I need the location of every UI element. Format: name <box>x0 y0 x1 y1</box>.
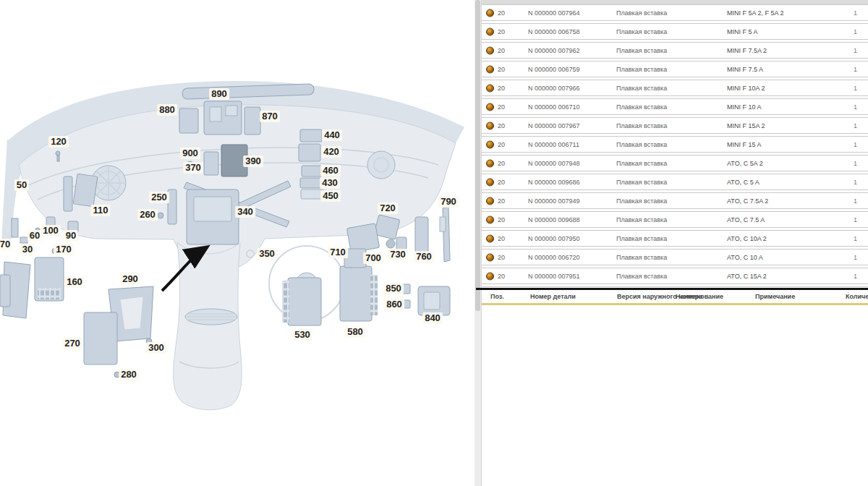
part-info-icon[interactable] <box>486 46 494 54</box>
table-row[interactable]: 20N 000000 009686Плавкая вставкаATO, C 5… <box>482 174 868 190</box>
table-row[interactable]: 20N 000000 006758Плавкая вставкаMINI F 5… <box>482 23 868 40</box>
part-info-icon[interactable] <box>486 9 494 17</box>
part-info-icon[interactable] <box>486 178 494 186</box>
parts-table-pane: 20N 000000 007964Плавкая вставкаMINI F 5… <box>475 0 868 486</box>
table-row[interactable]: 20N 000000 007967Плавкая вставкаMINI F 1… <box>482 117 868 134</box>
part-info-icon[interactable] <box>486 234 494 242</box>
part-callout-900[interactable]: 900 <box>180 148 200 159</box>
table-row[interactable]: 20N 000000 007949Плавкая вставкаATO, C 7… <box>482 192 868 209</box>
table-row[interactable]: 20N 000000 006720Плавкая вставкаATO, C 1… <box>482 249 868 265</box>
part-designation: Плавкая вставка <box>616 9 667 17</box>
row-position: 20 <box>498 235 505 242</box>
part-callout-700[interactable]: 700 <box>363 252 383 264</box>
part-callout-290[interactable]: 290 <box>120 273 140 285</box>
part-callout-460[interactable]: 460 <box>320 165 341 176</box>
table-row[interactable]: 20N 000000 007951Плавкая вставкаATO, C 1… <box>482 268 868 284</box>
part-callout-90[interactable]: 90 <box>64 230 78 242</box>
table-row[interactable]: 20N 000000 007962Плавкая вставкаMINI F 7… <box>482 42 868 59</box>
part-callout-170[interactable]: 170 <box>54 244 74 255</box>
part-callout-430[interactable]: 430 <box>320 177 340 189</box>
part-callout-880[interactable]: 880 <box>157 104 177 116</box>
part-callout-760[interactable]: 760 <box>414 251 434 263</box>
part-callout-720[interactable]: 720 <box>378 202 398 214</box>
part-info-icon[interactable] <box>486 103 494 111</box>
part-callout-450[interactable]: 450 <box>320 190 341 202</box>
row-position: 20 <box>498 9 505 17</box>
part-callout-850[interactable]: 850 <box>383 283 404 294</box>
part-number: N 000000 007948 <box>528 160 580 167</box>
table-row[interactable]: 20N 000000 006710Плавкая вставкаMINI F 1… <box>482 98 868 115</box>
part-callout-280[interactable]: 280 <box>119 369 139 380</box>
column-header: Наименование <box>676 293 723 300</box>
table-row[interactable]: 20N 000000 006759Плавкая вставкаMINI F 7… <box>482 61 868 77</box>
row-position: 20 <box>498 197 505 205</box>
part-remark: ATO, C 10A 2 <box>727 235 767 242</box>
part-remark: ATO, C 5A 2 <box>727 160 763 167</box>
part-quantity: 1 <box>854 122 857 129</box>
table-row[interactable]: 20N 000000 007950Плавкая вставкаATO, C 1… <box>482 230 868 247</box>
row-position: 20 <box>498 179 505 186</box>
part-callout-300[interactable]: 300 <box>146 342 166 354</box>
scrollbar-thumb[interactable] <box>475 0 480 311</box>
part-info-icon[interactable] <box>486 27 494 35</box>
part-callout-70[interactable]: 70 <box>0 239 12 250</box>
part-callout-580[interactable]: 580 <box>345 326 365 338</box>
part-callout-530[interactable]: 530 <box>292 329 312 341</box>
part-callout-390[interactable]: 390 <box>243 155 263 167</box>
part-callout-110[interactable]: 110 <box>91 205 111 216</box>
part-info-icon[interactable] <box>486 253 494 261</box>
part-callout-440[interactable]: 440 <box>322 129 342 141</box>
part-callout-50[interactable]: 50 <box>14 179 29 191</box>
part-info-icon[interactable] <box>486 197 494 205</box>
table-row[interactable]: 20N 000000 007966Плавкая вставкаMINI F 1… <box>482 80 868 96</box>
part-callout-160[interactable]: 160 <box>64 276 85 288</box>
part-remark: MINI F 10A 2 <box>727 85 765 92</box>
part-callout-890[interactable]: 890 <box>209 88 229 100</box>
part-number: N 000000 007964 <box>528 9 580 17</box>
part-callout-870[interactable]: 870 <box>260 111 280 122</box>
part-callout-370[interactable]: 370 <box>183 162 203 174</box>
part-callout-60[interactable]: 60 <box>27 230 42 242</box>
part-info-icon[interactable] <box>486 65 494 73</box>
part-info-icon[interactable] <box>486 122 494 129</box>
part-info-icon[interactable] <box>486 140 494 148</box>
table-row[interactable]: 20N 000000 007964Плавкая вставкаMINI F 5… <box>482 4 868 21</box>
part-remark: ATO, C 10 A <box>727 254 763 261</box>
part-remark: MINI F 5 A <box>727 28 758 35</box>
part-number: N 000000 006711 <box>528 141 579 148</box>
row-position: 20 <box>498 273 505 280</box>
part-callout-790[interactable]: 790 <box>438 196 459 208</box>
part-designation: Плавкая вставка <box>616 28 667 35</box>
part-callout-260[interactable]: 260 <box>137 209 158 221</box>
part-info-icon[interactable] <box>486 159 494 167</box>
part-callout-730[interactable]: 730 <box>388 249 408 260</box>
part-designation: Плавкая вставка <box>616 216 667 223</box>
part-quantity: 1 <box>854 28 857 35</box>
part-remark: MINI F 5A 2, F 5A 2 <box>727 9 784 17</box>
part-callout-710[interactable]: 710 <box>328 247 348 258</box>
row-position: 20 <box>498 85 505 92</box>
part-callout-350[interactable]: 350 <box>257 248 277 260</box>
part-designation: Плавкая вставка <box>616 235 667 242</box>
part-designation: Плавкая вставка <box>616 179 667 186</box>
part-info-icon[interactable] <box>486 84 494 92</box>
part-callout-420[interactable]: 420 <box>321 146 341 158</box>
part-remark: ATO, C 15A 2 <box>727 273 767 280</box>
part-callout-840[interactable]: 840 <box>422 312 443 324</box>
part-info-icon[interactable] <box>486 272 494 280</box>
part-callout-340[interactable]: 340 <box>235 206 255 218</box>
part-callout-250[interactable]: 250 <box>149 192 169 203</box>
part-callout-30[interactable]: 30 <box>20 244 35 255</box>
part-callout-860[interactable]: 860 <box>384 299 404 310</box>
vertical-scrollbar[interactable] <box>475 0 482 486</box>
table-row[interactable]: 20N 000000 006711Плавкая вставкаMINI F 1… <box>482 136 868 153</box>
part-info-icon[interactable] <box>486 216 494 223</box>
part-number: N 000000 007951 <box>528 273 580 280</box>
table-row[interactable]: 20N 000000 009688Плавкая вставкаATO, C 7… <box>482 211 868 228</box>
part-callout-100[interactable]: 100 <box>41 225 61 236</box>
part-quantity: 1 <box>854 66 857 73</box>
table-row[interactable]: 20N 000000 007948Плавкая вставкаATO, C 5… <box>482 155 868 171</box>
part-callout-270[interactable]: 270 <box>62 338 82 349</box>
part-designation: Плавкая вставка <box>616 122 667 129</box>
part-callout-120[interactable]: 120 <box>48 136 69 148</box>
